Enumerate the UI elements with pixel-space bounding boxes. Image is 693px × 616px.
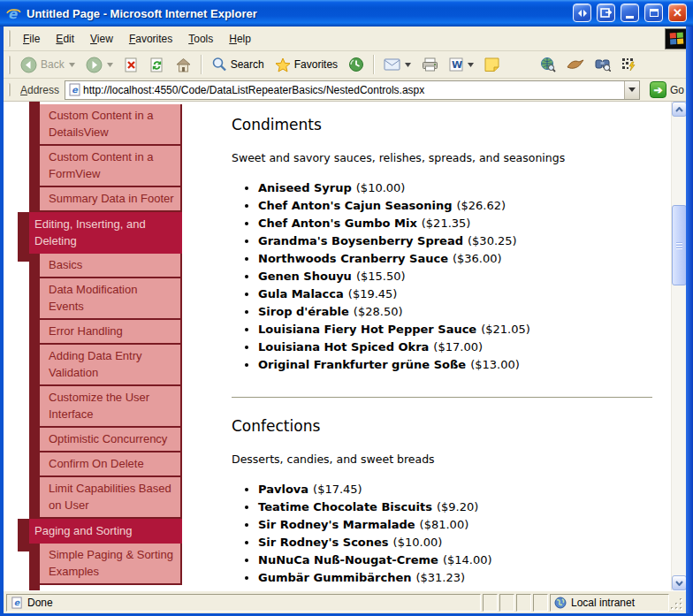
scrollbar-thumb[interactable] — [672, 205, 687, 285]
qr-lightning-icon — [621, 57, 636, 72]
edit-with-word-button[interactable]: W — [444, 55, 479, 74]
scroll-up-button[interactable] — [672, 102, 687, 117]
status-bar: e Done Local intranet — [4, 590, 686, 613]
menu-edit[interactable]: Edit — [48, 29, 82, 49]
close-button[interactable]: ✕ — [668, 4, 687, 22]
close-icon: ✕ — [673, 6, 682, 19]
maximize-button[interactable] — [644, 4, 663, 22]
back-button[interactable]: Back — [15, 54, 80, 76]
window-border-right — [686, 27, 693, 616]
toolbar-grip[interactable] — [8, 56, 11, 74]
messenger-qr-button[interactable] — [616, 55, 641, 74]
product-list: Pavlova($17.45) Teatime Chocolate Biscui… — [232, 481, 652, 587]
ie-app-icon: e — [6, 6, 21, 21]
section-divider — [232, 397, 652, 398]
refresh-button[interactable] — [144, 55, 170, 75]
window-controls: ✕ — [573, 4, 687, 22]
mail-dropdown-icon — [405, 63, 411, 67]
research-globe-button[interactable] — [535, 54, 561, 75]
sidebar-item[interactable]: Custom Content in a DetailsView — [40, 104, 182, 146]
address-dropdown-button[interactable] — [624, 81, 639, 99]
globe-search-icon — [540, 57, 556, 72]
sidebar-item[interactable]: Data Modification Events — [40, 278, 182, 320]
stop-button[interactable] — [118, 55, 144, 75]
minimize-icon — [626, 16, 634, 19]
list-item: Gula Malacca($19.45) — [258, 285, 652, 303]
sidebar-item[interactable]: Summary Data in Footer — [40, 187, 182, 212]
addon-animal-button[interactable] — [561, 56, 590, 73]
home-icon — [175, 57, 192, 72]
animal-icon — [567, 58, 584, 71]
window-border-left — [0, 27, 4, 616]
pan-arrows-button[interactable] — [573, 4, 591, 22]
list-item: Aniseed Syrup($10.00) — [258, 179, 652, 197]
svg-text:e: e — [14, 597, 20, 607]
status-message-pane: e Done — [6, 594, 481, 612]
list-item: Sirop d'érable($28.50) — [258, 303, 652, 321]
standard-buttons-toolbar: Back Search Favorites — [0, 51, 693, 79]
print-button[interactable] — [416, 55, 444, 74]
status-pane — [499, 594, 514, 612]
history-button[interactable] — [343, 54, 369, 75]
print-icon — [422, 57, 438, 72]
favorites-star-icon — [275, 57, 291, 72]
search-label: Search — [231, 58, 264, 71]
menu-file[interactable]: File — [15, 29, 48, 49]
history-icon — [348, 57, 364, 72]
list-item: Sir Rodney's Scones($10.00) — [258, 534, 652, 551]
status-text: Done — [27, 597, 53, 609]
list-item: Original Frankfurter grüne Soße($13.00) — [258, 356, 652, 374]
list-item: Grandma's Boysenberry Spread($30.25) — [258, 232, 652, 250]
sidebar-item[interactable]: Adding Data Entry Validation — [40, 345, 182, 386]
search-button[interactable]: Search — [206, 54, 270, 75]
menu-view[interactable]: View — [82, 29, 121, 49]
resize-grip[interactable] — [671, 596, 683, 612]
sidebar-item[interactable]: Confirm On Delete — [40, 452, 182, 477]
favorites-button[interactable]: Favorites — [270, 55, 343, 75]
forward-dropdown-icon — [107, 63, 113, 67]
window-export-button[interactable] — [597, 4, 615, 22]
sidebar-section-header[interactable]: Paging and Sorting — [18, 519, 182, 544]
intranet-globe-icon — [554, 597, 567, 609]
find-binoculars-button[interactable] — [590, 55, 616, 74]
back-icon — [20, 57, 37, 73]
sidebar-item[interactable]: Simple Paging & Sorting Examples — [40, 544, 182, 585]
menu-tools[interactable]: Tools — [180, 29, 221, 49]
list-item: Pavlova($17.45) — [258, 481, 652, 498]
list-item: Genen Shouyu($15.50) — [258, 268, 652, 285]
product-list: Aniseed Syrup($10.00) Chef Anton's Cajun… — [232, 179, 652, 374]
home-button[interactable] — [170, 55, 197, 75]
sidebar-item[interactable]: Basics — [40, 254, 182, 278]
go-button[interactable]: ➔ Go — [645, 81, 689, 98]
list-item: Chef Anton's Cajun Seasoning($26.62) — [258, 197, 652, 215]
vertical-scrollbar[interactable] — [671, 102, 686, 590]
sidebar-item[interactable]: Optimistic Concurrency — [40, 428, 182, 452]
list-item: Louisiana Fiery Hot Pepper Sauce($21.05) — [258, 321, 652, 338]
forward-icon — [86, 57, 103, 73]
title-bar[interactable]: e Untitled Page - Microsoft Internet Exp… — [0, 0, 693, 27]
sidebar-item[interactable]: Limit Capabilities Based on User — [40, 477, 182, 519]
back-dropdown-icon — [69, 63, 75, 67]
menu-help[interactable]: Help — [221, 29, 259, 49]
list-item: Chef Anton's Gumbo Mix($21.35) — [258, 215, 652, 232]
back-label: Back — [41, 58, 65, 71]
mail-button[interactable] — [378, 56, 416, 73]
forward-button[interactable] — [80, 54, 118, 76]
sidebar-item[interactable]: Custom Content in a FormView — [40, 146, 182, 187]
menu-favorites[interactable]: Favorites — [121, 29, 180, 49]
toolbar-grip[interactable] — [8, 30, 11, 47]
notes-button[interactable] — [479, 55, 505, 74]
sidebar-section-header[interactable]: Editing, Inserting, and Deleting — [18, 212, 182, 254]
chevron-down-icon — [628, 87, 636, 92]
address-combo: e — [65, 80, 640, 100]
chevron-down-icon — [675, 581, 683, 586]
mail-icon — [384, 58, 400, 71]
minimize-button[interactable] — [621, 4, 639, 22]
sidebar-item[interactable]: Customize the User Interface — [40, 386, 182, 428]
sidebar-item[interactable]: Error Handling — [40, 320, 182, 345]
word-icon: W — [449, 57, 463, 72]
zone-text: Local intranet — [571, 597, 635, 609]
address-input[interactable] — [81, 82, 624, 98]
scroll-down-button[interactable] — [672, 575, 687, 590]
toolbar-grip[interactable] — [8, 83, 11, 96]
